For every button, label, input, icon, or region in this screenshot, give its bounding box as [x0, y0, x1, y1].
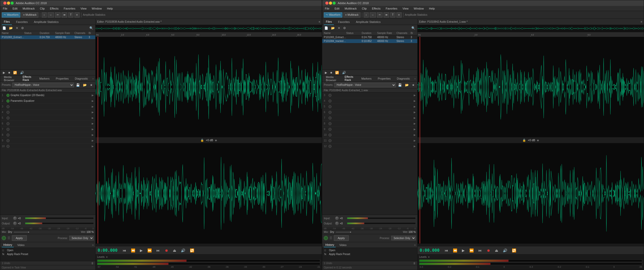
files-loop-btn[interactable]: 🔁 [334, 70, 340, 75]
rewind-btn[interactable]: ⏪ [129, 248, 137, 253]
fx-tab-properties[interactable]: Properties [376, 77, 393, 81]
history-tab-history[interactable]: History [324, 243, 336, 247]
fx-tab-markers[interactable]: Markers [359, 77, 374, 81]
fx-power-btn[interactable] [6, 94, 10, 97]
play-btn[interactable]: ▶ [138, 248, 144, 253]
time-ruler[interactable]: ms2.04.06.08.010.012.014.016.018.0 [96, 32, 322, 37]
levels-menu-icon[interactable]: ≡ [106, 256, 108, 258]
fx-effect-row[interactable]: 10 ▶ [0, 144, 95, 149]
close-file-btn[interactable]: ✕ [15, 26, 19, 31]
files-tab-favorites[interactable]: Favorites [14, 19, 30, 25]
waveform-container[interactable]: 🔒 +0 dB ◈ [96, 37, 322, 243]
history-tab-video[interactable]: Video [16, 243, 26, 247]
tool-btn-6[interactable]: ≡ [74, 12, 80, 18]
fx-effect-row[interactable]: 5 ▶ [322, 104, 417, 109]
history-item-open[interactable]: □ Open [323, 248, 416, 252]
volume-btn[interactable]: 🔊 [179, 248, 187, 253]
fx-power-btn[interactable] [6, 122, 10, 125]
upper-waveform[interactable] [96, 37, 322, 137]
presets-select[interactable]: HotRodHippie - Voice [334, 83, 396, 87]
lower-waveform[interactable] [96, 143, 322, 243]
process-select[interactable]: Selection Only [69, 236, 94, 240]
fx-power-btn[interactable] [6, 105, 10, 108]
fx-power-btn[interactable] [328, 128, 332, 131]
files-stop-btn[interactable]: ■ [7, 70, 11, 75]
fx-power-btn[interactable] [328, 139, 332, 142]
fx-power-btn[interactable] [6, 111, 10, 114]
lower-waveform[interactable] [418, 143, 644, 243]
apply-button[interactable]: Apply [12, 235, 27, 241]
menu-item-file[interactable]: File [2, 7, 9, 10]
presets-save-btn[interactable]: 💾 [397, 82, 403, 88]
fx-more-btn[interactable]: » [92, 77, 94, 80]
multitrack-btn[interactable]: ≡ Multitrack [343, 12, 360, 18]
menu-item-view[interactable]: View [401, 7, 410, 10]
menu-item-effects[interactable]: Effects [371, 7, 382, 10]
rack-power-indicator[interactable] [324, 236, 328, 240]
output-knob[interactable] [13, 222, 17, 225]
file-row[interactable]: P101084_tracted_1.wav * 0:10.852 48000 H… [322, 39, 417, 43]
horizontal-scrollbar[interactable] [418, 243, 644, 246]
open-file-btn[interactable]: 📂 [8, 26, 14, 31]
presets-favorite-btn[interactable]: ★ [411, 82, 416, 88]
menu-item-clip[interactable]: Clip [361, 7, 368, 10]
fx-effect-row[interactable]: 3 ▶ [322, 92, 417, 98]
menu-item-help[interactable]: Help [428, 7, 436, 10]
fx-tab-effects-rack[interactable]: Effects Rack [21, 75, 35, 82]
presets-favorite-btn[interactable]: ★ [89, 82, 94, 88]
rewind-btn[interactable]: ⏪ [451, 248, 459, 253]
fx-effect-row[interactable]: 6 ▶ [0, 121, 95, 126]
fx-tab-media-browser[interactable]: Media Browser [2, 75, 19, 82]
fx-effect-row[interactable]: 7 ▶ [322, 115, 417, 121]
fx-power-btn[interactable] [328, 94, 332, 97]
tool-btn-5[interactable]: T [390, 12, 395, 18]
minimize-btn[interactable] [329, 2, 332, 5]
fx-effect-row[interactable]: 4 ▶ [0, 109, 95, 115]
fx-effect-row[interactable]: 12 ▶ [322, 144, 417, 149]
files-loop-btn[interactable]: 🔁 [12, 70, 18, 75]
fx-settings-icon[interactable]: ☰ [7, 236, 10, 240]
fx-tab-diagnostic[interactable]: Diagnostic [395, 77, 412, 81]
presets-load-btn[interactable]: 📂 [82, 82, 88, 88]
tool-btn-5[interactable]: T [68, 12, 73, 18]
fx-power-btn[interactable] [6, 133, 10, 137]
waveform-btn[interactable]: 〜 Waveform [324, 12, 342, 18]
fx-effect-row[interactable]: 11 ▶ [322, 138, 417, 144]
presets-load-btn[interactable]: 📂 [404, 82, 410, 88]
fx-effect-row[interactable]: 8 ▶ [0, 132, 95, 138]
volume-btn[interactable]: 🔊 [501, 248, 509, 253]
files-play-btn[interactable]: ▶ [2, 70, 6, 75]
editor-menu-icon[interactable]: ≡ [319, 20, 320, 23]
fx-tab-markers[interactable]: Markers [37, 77, 52, 81]
tool-btn-1[interactable]: ↕ [364, 12, 369, 18]
tool-btn-3[interactable]: ✂ [55, 12, 61, 18]
time-ruler[interactable]: ms2.04.06.08.0 [418, 32, 644, 37]
tool-btn-3[interactable]: ✂ [377, 12, 383, 18]
fx-tab-media-browser[interactable]: Media Browser [324, 75, 341, 82]
search-btn[interactable]: 🔍 [88, 26, 94, 31]
fast-forward-btn[interactable]: ⏩ [468, 248, 475, 253]
fx-effect-row[interactable]: 2 Parametric Equalizer ▶ [0, 98, 95, 104]
fx-power-btn[interactable] [6, 99, 10, 103]
history-item-open[interactable]: □ Open [1, 248, 94, 252]
files-tab-amplitude-statistics[interactable]: Amplitude Statistics [354, 19, 383, 25]
files-tab-files[interactable]: Files [324, 19, 334, 25]
fast-forward-btn[interactable]: ⏩ [146, 248, 153, 253]
menu-item-file[interactable]: File [324, 7, 331, 10]
history-tab-history[interactable]: History [2, 243, 14, 247]
fx-effect-row[interactable]: 4 ▶ [322, 98, 417, 104]
multitrack-btn[interactable]: ≡ Multitrack [21, 12, 38, 18]
apply-button[interactable]: Apply [334, 235, 349, 241]
file-row[interactable]: P101083_Extracted.wav * 0:24.758 48000 H… [322, 35, 417, 39]
presets-select[interactable]: HotRodHippie - Voice [12, 83, 74, 87]
history-trash-icon[interactable]: 🗑 [91, 262, 94, 265]
fx-tab-diagnostic[interactable]: Diagnostic [73, 77, 90, 81]
fx-power-btn[interactable] [328, 116, 332, 120]
fx-power-btn[interactable] [328, 122, 332, 125]
files-vol-btn[interactable]: 🔊 [341, 70, 347, 75]
loop-btn[interactable]: 🔁 [510, 248, 518, 253]
eject-btn[interactable]: ⏏ [493, 248, 500, 253]
tool-btn-4[interactable]: ⬅ [384, 12, 389, 18]
files-vol-btn[interactable]: 🔊 [19, 70, 25, 75]
input-knob[interactable] [13, 216, 17, 220]
